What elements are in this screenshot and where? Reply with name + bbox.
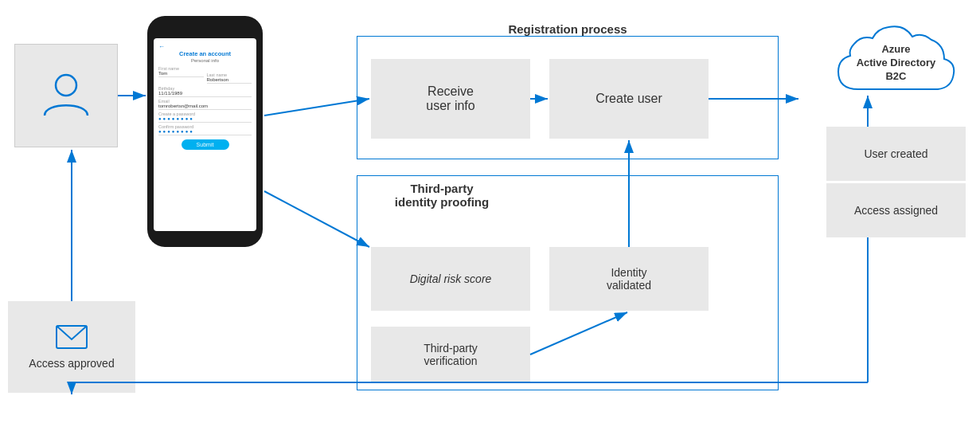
user-created-label: User created	[864, 147, 927, 160]
phone-email-value: tomrobertsn@mail.com	[158, 104, 252, 110]
third-party-verification-box: Third-partyverification	[371, 327, 530, 382]
access-approved-box: Access approved	[8, 301, 135, 393]
third-party-verification-label: Third-partyverification	[424, 342, 478, 367]
azure-cloud: AzureActive DirectoryB2C	[826, 18, 966, 108]
access-assigned-label: Access assigned	[854, 204, 938, 217]
access-assigned-box: Access assigned	[826, 183, 966, 237]
identity-validated-box: Identityvalidated	[549, 247, 709, 311]
phone-birthday-value: 11/11/1989	[158, 91, 252, 97]
digital-risk-box: Digital risk score	[371, 247, 530, 311]
create-user-box: Create user	[549, 59, 709, 139]
user-box	[14, 44, 118, 147]
phone-submit-btn[interactable]: Submit	[182, 139, 229, 150]
user-created-box: User created	[826, 127, 966, 181]
receive-user-info-box: Receiveuser info	[371, 59, 530, 139]
identity-validated-label: Identityvalidated	[607, 266, 651, 292]
phone-subtitle: Personal info	[158, 58, 252, 63]
user-icon	[38, 66, 94, 125]
phone-firstname-value: Tom	[158, 71, 204, 77]
diagram: ← Create an account Personal info First …	[0, 0, 980, 435]
phone-lastname-value: Robertson	[207, 77, 252, 84]
svg-line-6	[264, 191, 369, 247]
registration-title: Registration process	[357, 22, 779, 36]
svg-line-5	[264, 99, 369, 116]
azure-title: AzureActive DirectoryB2C	[857, 43, 936, 84]
third-party-title: Third-partyidentity proofing	[362, 182, 521, 209]
phone: ← Create an account Personal info First …	[147, 16, 263, 247]
access-approved-label: Access approved	[29, 357, 114, 370]
svg-point-0	[56, 75, 76, 96]
digital-risk-label: Digital risk score	[410, 272, 492, 285]
envelope-icon	[56, 325, 88, 352]
phone-title: Create an account	[158, 50, 252, 57]
receive-user-info-label: Receiveuser info	[426, 84, 474, 113]
create-user-label: Create user	[595, 92, 662, 106]
